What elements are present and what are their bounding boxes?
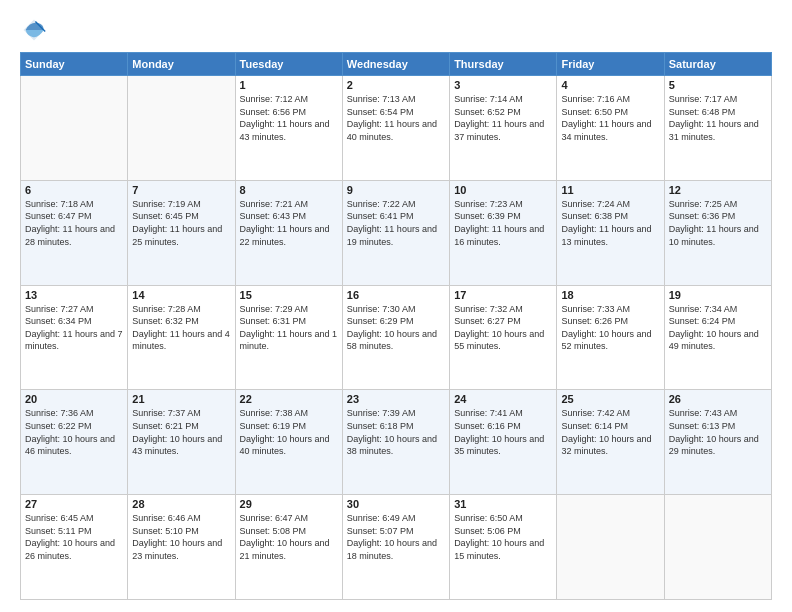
calendar-cell — [21, 76, 128, 181]
day-number: 18 — [561, 289, 659, 301]
day-number: 1 — [240, 79, 338, 91]
calendar-cell: 18Sunrise: 7:33 AMSunset: 6:26 PMDayligh… — [557, 285, 664, 390]
day-number: 4 — [561, 79, 659, 91]
calendar-cell: 10Sunrise: 7:23 AMSunset: 6:39 PMDayligh… — [450, 180, 557, 285]
calendar-cell — [664, 495, 771, 600]
calendar-cell: 11Sunrise: 7:24 AMSunset: 6:38 PMDayligh… — [557, 180, 664, 285]
calendar-cell: 15Sunrise: 7:29 AMSunset: 6:31 PMDayligh… — [235, 285, 342, 390]
calendar-cell: 17Sunrise: 7:32 AMSunset: 6:27 PMDayligh… — [450, 285, 557, 390]
day-number: 20 — [25, 393, 123, 405]
day-number: 24 — [454, 393, 552, 405]
calendar-week-2: 13Sunrise: 7:27 AMSunset: 6:34 PMDayligh… — [21, 285, 772, 390]
calendar-cell: 23Sunrise: 7:39 AMSunset: 6:18 PMDayligh… — [342, 390, 449, 495]
day-info: Sunrise: 7:28 AMSunset: 6:32 PMDaylight:… — [132, 303, 230, 353]
day-info: Sunrise: 6:46 AMSunset: 5:10 PMDaylight:… — [132, 512, 230, 562]
calendar-header-monday: Monday — [128, 53, 235, 76]
day-number: 3 — [454, 79, 552, 91]
calendar-week-4: 27Sunrise: 6:45 AMSunset: 5:11 PMDayligh… — [21, 495, 772, 600]
day-number: 27 — [25, 498, 123, 510]
day-info: Sunrise: 7:17 AMSunset: 6:48 PMDaylight:… — [669, 93, 767, 143]
day-info: Sunrise: 7:32 AMSunset: 6:27 PMDaylight:… — [454, 303, 552, 353]
day-info: Sunrise: 7:19 AMSunset: 6:45 PMDaylight:… — [132, 198, 230, 248]
day-number: 21 — [132, 393, 230, 405]
calendar-cell: 1Sunrise: 7:12 AMSunset: 6:56 PMDaylight… — [235, 76, 342, 181]
calendar-cell: 8Sunrise: 7:21 AMSunset: 6:43 PMDaylight… — [235, 180, 342, 285]
day-number: 15 — [240, 289, 338, 301]
day-info: Sunrise: 7:22 AMSunset: 6:41 PMDaylight:… — [347, 198, 445, 248]
day-number: 25 — [561, 393, 659, 405]
day-info: Sunrise: 7:12 AMSunset: 6:56 PMDaylight:… — [240, 93, 338, 143]
calendar-cell: 5Sunrise: 7:17 AMSunset: 6:48 PMDaylight… — [664, 76, 771, 181]
day-info: Sunrise: 7:41 AMSunset: 6:16 PMDaylight:… — [454, 407, 552, 457]
calendar-cell — [128, 76, 235, 181]
day-number: 13 — [25, 289, 123, 301]
day-number: 2 — [347, 79, 445, 91]
calendar-cell: 2Sunrise: 7:13 AMSunset: 6:54 PMDaylight… — [342, 76, 449, 181]
calendar-header-sunday: Sunday — [21, 53, 128, 76]
day-number: 6 — [25, 184, 123, 196]
day-number: 23 — [347, 393, 445, 405]
calendar-cell: 21Sunrise: 7:37 AMSunset: 6:21 PMDayligh… — [128, 390, 235, 495]
day-info: Sunrise: 7:34 AMSunset: 6:24 PMDaylight:… — [669, 303, 767, 353]
day-info: Sunrise: 7:24 AMSunset: 6:38 PMDaylight:… — [561, 198, 659, 248]
day-number: 28 — [132, 498, 230, 510]
day-number: 14 — [132, 289, 230, 301]
calendar-header-saturday: Saturday — [664, 53, 771, 76]
calendar-cell: 27Sunrise: 6:45 AMSunset: 5:11 PMDayligh… — [21, 495, 128, 600]
calendar-header-thursday: Thursday — [450, 53, 557, 76]
calendar-cell: 30Sunrise: 6:49 AMSunset: 5:07 PMDayligh… — [342, 495, 449, 600]
day-number: 7 — [132, 184, 230, 196]
calendar-cell: 6Sunrise: 7:18 AMSunset: 6:47 PMDaylight… — [21, 180, 128, 285]
calendar-cell: 7Sunrise: 7:19 AMSunset: 6:45 PMDaylight… — [128, 180, 235, 285]
calendar-week-3: 20Sunrise: 7:36 AMSunset: 6:22 PMDayligh… — [21, 390, 772, 495]
page: SundayMondayTuesdayWednesdayThursdayFrid… — [0, 0, 792, 612]
day-number: 16 — [347, 289, 445, 301]
calendar-cell: 9Sunrise: 7:22 AMSunset: 6:41 PMDaylight… — [342, 180, 449, 285]
calendar-table: SundayMondayTuesdayWednesdayThursdayFrid… — [20, 52, 772, 600]
day-info: Sunrise: 6:45 AMSunset: 5:11 PMDaylight:… — [25, 512, 123, 562]
day-info: Sunrise: 7:37 AMSunset: 6:21 PMDaylight:… — [132, 407, 230, 457]
day-info: Sunrise: 7:43 AMSunset: 6:13 PMDaylight:… — [669, 407, 767, 457]
calendar-cell: 24Sunrise: 7:41 AMSunset: 6:16 PMDayligh… — [450, 390, 557, 495]
day-info: Sunrise: 7:36 AMSunset: 6:22 PMDaylight:… — [25, 407, 123, 457]
day-number: 8 — [240, 184, 338, 196]
day-info: Sunrise: 7:29 AMSunset: 6:31 PMDaylight:… — [240, 303, 338, 353]
day-info: Sunrise: 7:13 AMSunset: 6:54 PMDaylight:… — [347, 93, 445, 143]
calendar-cell: 25Sunrise: 7:42 AMSunset: 6:14 PMDayligh… — [557, 390, 664, 495]
logo — [20, 16, 52, 44]
day-number: 10 — [454, 184, 552, 196]
calendar-cell: 16Sunrise: 7:30 AMSunset: 6:29 PMDayligh… — [342, 285, 449, 390]
day-number: 17 — [454, 289, 552, 301]
day-info: Sunrise: 7:16 AMSunset: 6:50 PMDaylight:… — [561, 93, 659, 143]
day-number: 30 — [347, 498, 445, 510]
calendar-cell: 26Sunrise: 7:43 AMSunset: 6:13 PMDayligh… — [664, 390, 771, 495]
day-info: Sunrise: 7:38 AMSunset: 6:19 PMDaylight:… — [240, 407, 338, 457]
calendar-header-row: SundayMondayTuesdayWednesdayThursdayFrid… — [21, 53, 772, 76]
calendar-cell: 22Sunrise: 7:38 AMSunset: 6:19 PMDayligh… — [235, 390, 342, 495]
calendar-cell: 19Sunrise: 7:34 AMSunset: 6:24 PMDayligh… — [664, 285, 771, 390]
logo-icon — [20, 16, 48, 44]
day-number: 12 — [669, 184, 767, 196]
day-info: Sunrise: 7:30 AMSunset: 6:29 PMDaylight:… — [347, 303, 445, 353]
day-info: Sunrise: 7:33 AMSunset: 6:26 PMDaylight:… — [561, 303, 659, 353]
day-info: Sunrise: 7:21 AMSunset: 6:43 PMDaylight:… — [240, 198, 338, 248]
day-number: 5 — [669, 79, 767, 91]
day-number: 26 — [669, 393, 767, 405]
calendar-cell: 12Sunrise: 7:25 AMSunset: 6:36 PMDayligh… — [664, 180, 771, 285]
day-number: 19 — [669, 289, 767, 301]
day-info: Sunrise: 7:18 AMSunset: 6:47 PMDaylight:… — [25, 198, 123, 248]
day-info: Sunrise: 7:14 AMSunset: 6:52 PMDaylight:… — [454, 93, 552, 143]
calendar-cell: 31Sunrise: 6:50 AMSunset: 5:06 PMDayligh… — [450, 495, 557, 600]
day-info: Sunrise: 7:42 AMSunset: 6:14 PMDaylight:… — [561, 407, 659, 457]
calendar-cell: 4Sunrise: 7:16 AMSunset: 6:50 PMDaylight… — [557, 76, 664, 181]
day-info: Sunrise: 7:27 AMSunset: 6:34 PMDaylight:… — [25, 303, 123, 353]
calendar-week-0: 1Sunrise: 7:12 AMSunset: 6:56 PMDaylight… — [21, 76, 772, 181]
day-info: Sunrise: 7:25 AMSunset: 6:36 PMDaylight:… — [669, 198, 767, 248]
calendar-cell: 29Sunrise: 6:47 AMSunset: 5:08 PMDayligh… — [235, 495, 342, 600]
calendar-cell: 20Sunrise: 7:36 AMSunset: 6:22 PMDayligh… — [21, 390, 128, 495]
calendar-header-wednesday: Wednesday — [342, 53, 449, 76]
day-number: 31 — [454, 498, 552, 510]
day-number: 11 — [561, 184, 659, 196]
calendar-cell: 14Sunrise: 7:28 AMSunset: 6:32 PMDayligh… — [128, 285, 235, 390]
day-info: Sunrise: 7:39 AMSunset: 6:18 PMDaylight:… — [347, 407, 445, 457]
